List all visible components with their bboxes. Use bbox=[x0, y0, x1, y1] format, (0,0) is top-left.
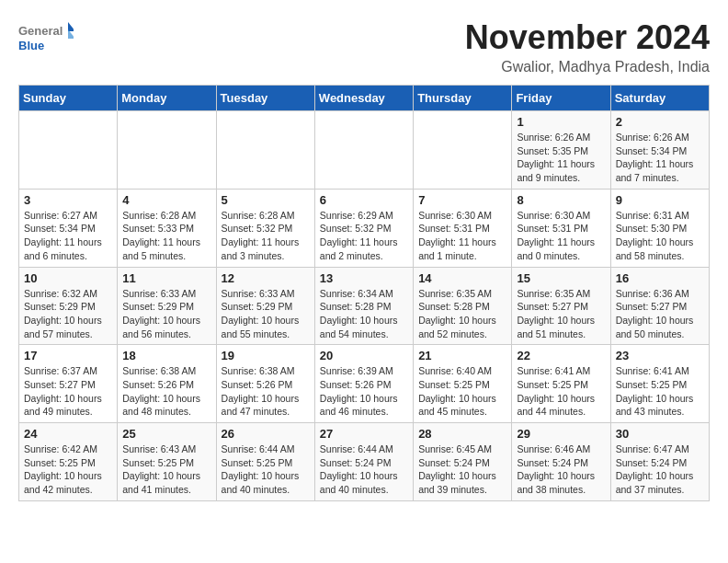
day-number: 27 bbox=[320, 427, 408, 441]
calendar-cell: 9Sunrise: 6:31 AM Sunset: 5:30 PM Daylig… bbox=[610, 189, 709, 267]
weekday-header: Saturday bbox=[610, 86, 709, 111]
calendar-cell: 13Sunrise: 6:34 AM Sunset: 5:28 PM Dayli… bbox=[314, 267, 413, 345]
calendar-cell: 4Sunrise: 6:28 AM Sunset: 5:33 PM Daylig… bbox=[118, 189, 216, 267]
day-number: 23 bbox=[616, 349, 704, 362]
calendar-cell: 14Sunrise: 6:35 AM Sunset: 5:28 PM Dayli… bbox=[414, 267, 512, 345]
month-title: November 2024 bbox=[465, 18, 710, 57]
weekday-header: Friday bbox=[512, 86, 610, 111]
calendar-cell: 11Sunrise: 6:33 AM Sunset: 5:29 PM Dayli… bbox=[118, 267, 216, 345]
day-number: 3 bbox=[24, 193, 112, 207]
calendar-cell: 28Sunrise: 6:45 AM Sunset: 5:24 PM Dayli… bbox=[414, 423, 512, 501]
day-info: Sunrise: 6:26 AM Sunset: 5:34 PM Dayligh… bbox=[616, 131, 704, 185]
day-number: 6 bbox=[320, 193, 408, 207]
weekday-header: Tuesday bbox=[216, 86, 314, 111]
day-number: 7 bbox=[418, 193, 506, 207]
day-number: 15 bbox=[517, 271, 605, 285]
calendar-cell: 30Sunrise: 6:47 AM Sunset: 5:24 PM Dayli… bbox=[610, 423, 709, 501]
calendar-cell bbox=[118, 111, 216, 190]
day-number: 22 bbox=[517, 349, 605, 362]
day-number: 5 bbox=[222, 193, 310, 207]
calendar-week-row: 3Sunrise: 6:27 AM Sunset: 5:34 PM Daylig… bbox=[19, 189, 710, 267]
day-info: Sunrise: 6:39 AM Sunset: 5:26 PM Dayligh… bbox=[320, 364, 408, 419]
calendar-cell: 7Sunrise: 6:30 AM Sunset: 5:31 PM Daylig… bbox=[414, 189, 512, 267]
weekday-header-row: SundayMondayTuesdayWednesdayThursdayFrid… bbox=[19, 86, 710, 111]
day-info: Sunrise: 6:36 AM Sunset: 5:27 PM Dayligh… bbox=[616, 287, 704, 341]
day-info: Sunrise: 6:47 AM Sunset: 5:24 PM Dayligh… bbox=[616, 442, 704, 497]
weekday-header: Sunday bbox=[19, 86, 118, 111]
day-info: Sunrise: 6:38 AM Sunset: 5:26 PM Dayligh… bbox=[222, 364, 310, 419]
day-number: 24 bbox=[24, 427, 112, 441]
calendar-cell: 25Sunrise: 6:43 AM Sunset: 5:25 PM Dayli… bbox=[118, 423, 216, 501]
day-number: 21 bbox=[418, 349, 506, 362]
day-number: 17 bbox=[24, 349, 112, 362]
day-info: Sunrise: 6:43 AM Sunset: 5:25 PM Dayligh… bbox=[122, 442, 210, 497]
calendar-cell: 16Sunrise: 6:36 AM Sunset: 5:27 PM Dayli… bbox=[610, 267, 709, 345]
day-number: 25 bbox=[122, 427, 210, 441]
day-info: Sunrise: 6:28 AM Sunset: 5:33 PM Dayligh… bbox=[122, 209, 210, 263]
day-number: 28 bbox=[418, 427, 506, 441]
day-number: 30 bbox=[616, 427, 704, 441]
day-info: Sunrise: 6:38 AM Sunset: 5:26 PM Dayligh… bbox=[122, 364, 210, 419]
calendar-cell: 21Sunrise: 6:40 AM Sunset: 5:25 PM Dayli… bbox=[414, 345, 512, 423]
calendar-cell bbox=[314, 111, 413, 190]
logo: General Blue bbox=[18, 18, 74, 59]
calendar-table: SundayMondayTuesdayWednesdayThursdayFrid… bbox=[18, 85, 710, 501]
day-number: 1 bbox=[517, 115, 605, 129]
calendar-cell bbox=[414, 111, 512, 190]
calendar-cell: 12Sunrise: 6:33 AM Sunset: 5:29 PM Dayli… bbox=[216, 267, 314, 345]
day-number: 12 bbox=[222, 271, 310, 285]
day-info: Sunrise: 6:37 AM Sunset: 5:27 PM Dayligh… bbox=[24, 364, 112, 419]
day-number: 16 bbox=[616, 271, 704, 285]
calendar-week-row: 17Sunrise: 6:37 AM Sunset: 5:27 PM Dayli… bbox=[19, 345, 710, 423]
day-info: Sunrise: 6:26 AM Sunset: 5:35 PM Dayligh… bbox=[517, 131, 605, 185]
day-info: Sunrise: 6:46 AM Sunset: 5:24 PM Dayligh… bbox=[517, 442, 605, 497]
day-info: Sunrise: 6:30 AM Sunset: 5:31 PM Dayligh… bbox=[418, 209, 506, 263]
calendar-cell: 27Sunrise: 6:44 AM Sunset: 5:24 PM Dayli… bbox=[314, 423, 413, 501]
svg-text:General: General bbox=[18, 24, 63, 38]
day-number: 26 bbox=[222, 427, 310, 441]
svg-marker-2 bbox=[68, 22, 74, 31]
calendar-cell: 19Sunrise: 6:38 AM Sunset: 5:26 PM Dayli… bbox=[216, 345, 314, 423]
calendar-cell: 29Sunrise: 6:46 AM Sunset: 5:24 PM Dayli… bbox=[512, 423, 610, 501]
day-number: 20 bbox=[320, 349, 408, 362]
day-info: Sunrise: 6:30 AM Sunset: 5:31 PM Dayligh… bbox=[517, 209, 605, 263]
calendar-cell: 24Sunrise: 6:42 AM Sunset: 5:25 PM Dayli… bbox=[19, 423, 118, 501]
weekday-header: Thursday bbox=[414, 86, 512, 111]
calendar-cell: 10Sunrise: 6:32 AM Sunset: 5:29 PM Dayli… bbox=[19, 267, 118, 345]
day-info: Sunrise: 6:40 AM Sunset: 5:25 PM Dayligh… bbox=[418, 364, 506, 419]
calendar-week-row: 10Sunrise: 6:32 AM Sunset: 5:29 PM Dayli… bbox=[19, 267, 710, 345]
weekday-header: Wednesday bbox=[314, 86, 413, 111]
title-block: November 2024 Gwalior, Madhya Pradesh, I… bbox=[465, 18, 710, 75]
calendar-cell: 3Sunrise: 6:27 AM Sunset: 5:34 PM Daylig… bbox=[19, 189, 118, 267]
calendar-cell: 6Sunrise: 6:29 AM Sunset: 5:32 PM Daylig… bbox=[314, 189, 413, 267]
day-number: 9 bbox=[616, 193, 704, 207]
day-info: Sunrise: 6:44 AM Sunset: 5:24 PM Dayligh… bbox=[320, 442, 408, 497]
calendar-cell: 17Sunrise: 6:37 AM Sunset: 5:27 PM Dayli… bbox=[19, 345, 118, 423]
location: Gwalior, Madhya Pradesh, India bbox=[465, 59, 710, 75]
day-info: Sunrise: 6:34 AM Sunset: 5:28 PM Dayligh… bbox=[320, 287, 408, 341]
day-number: 8 bbox=[517, 193, 605, 207]
calendar-cell: 2Sunrise: 6:26 AM Sunset: 5:34 PM Daylig… bbox=[610, 111, 709, 190]
calendar-cell: 15Sunrise: 6:35 AM Sunset: 5:27 PM Dayli… bbox=[512, 267, 610, 345]
calendar-cell: 20Sunrise: 6:39 AM Sunset: 5:26 PM Dayli… bbox=[314, 345, 413, 423]
day-info: Sunrise: 6:33 AM Sunset: 5:29 PM Dayligh… bbox=[122, 287, 210, 341]
day-info: Sunrise: 6:41 AM Sunset: 5:25 PM Dayligh… bbox=[616, 364, 704, 419]
day-info: Sunrise: 6:42 AM Sunset: 5:25 PM Dayligh… bbox=[24, 442, 112, 497]
day-number: 2 bbox=[616, 115, 704, 129]
calendar-week-row: 24Sunrise: 6:42 AM Sunset: 5:25 PM Dayli… bbox=[19, 423, 710, 501]
day-info: Sunrise: 6:35 AM Sunset: 5:27 PM Dayligh… bbox=[517, 287, 605, 341]
day-number: 14 bbox=[418, 271, 506, 285]
calendar-cell: 23Sunrise: 6:41 AM Sunset: 5:25 PM Dayli… bbox=[610, 345, 709, 423]
weekday-header: Monday bbox=[118, 86, 216, 111]
calendar-cell bbox=[19, 111, 118, 190]
day-number: 29 bbox=[517, 427, 605, 441]
page-header: General Blue November 2024 Gwalior, Madh… bbox=[18, 18, 710, 75]
day-info: Sunrise: 6:45 AM Sunset: 5:24 PM Dayligh… bbox=[418, 442, 506, 497]
day-info: Sunrise: 6:27 AM Sunset: 5:34 PM Dayligh… bbox=[24, 209, 112, 263]
calendar-week-row: 1Sunrise: 6:26 AM Sunset: 5:35 PM Daylig… bbox=[19, 111, 710, 190]
calendar-cell: 22Sunrise: 6:41 AM Sunset: 5:25 PM Dayli… bbox=[512, 345, 610, 423]
day-info: Sunrise: 6:35 AM Sunset: 5:28 PM Dayligh… bbox=[418, 287, 506, 341]
day-number: 10 bbox=[24, 271, 112, 285]
calendar-cell: 1Sunrise: 6:26 AM Sunset: 5:35 PM Daylig… bbox=[512, 111, 610, 190]
day-number: 4 bbox=[122, 193, 210, 207]
